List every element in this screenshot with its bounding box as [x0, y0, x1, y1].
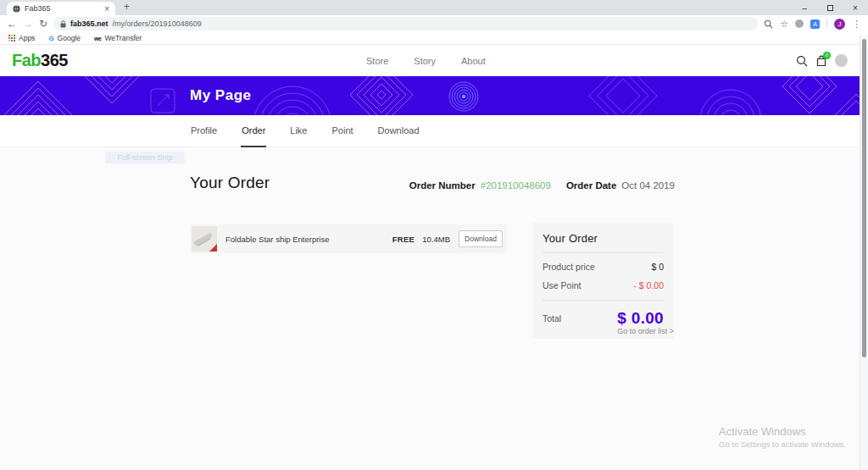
order-heading: Your Order — [190, 174, 270, 192]
go-to-order-list-link[interactable]: Go to order list > — [532, 327, 674, 335]
tab-point[interactable]: Point — [331, 115, 354, 147]
tab-profile[interactable]: Profile — [190, 115, 218, 147]
browser-menu-icon[interactable]: ⋮ — [852, 19, 861, 29]
url-domain: fab365.net — [70, 19, 108, 28]
browser-tab[interactable]: Fab365 × — [7, 2, 115, 15]
minimize-button[interactable]: – — [792, 3, 817, 13]
download-button[interactable]: Download — [459, 230, 503, 247]
cart-badge: 0 — [823, 52, 831, 59]
order-number-label: Order Number — [409, 180, 476, 191]
summary-divider — [542, 300, 664, 301]
refresh-button[interactable]: ↻ — [39, 19, 47, 29]
order-summary-box: Your Order Product price $ 0 Use Point -… — [532, 223, 674, 339]
browser-profile-avatar[interactable]: J — [834, 19, 845, 30]
summary-row-product-price: Product price $ 0 — [542, 262, 664, 272]
site-logo[interactable]: Fab365 — [12, 51, 68, 70]
toolbar-icons: ☆ A J ⋮ — [764, 19, 861, 30]
apps-grid-icon — [8, 35, 15, 41]
order-content: Full-screen Snip Your Order Order Number… — [0, 147, 860, 470]
item-name[interactable]: Foldable Star ship Enterprise — [225, 235, 392, 244]
page-title: My Page — [190, 87, 251, 104]
url-path: /my/orders/201910048609 — [113, 19, 202, 28]
header-icons: 0 — [796, 45, 848, 76]
site-header: Fab365 Store Story About 0 — [0, 45, 860, 76]
bookmark-google[interactable]: G Google — [48, 34, 81, 42]
new-tab-button[interactable]: + — [124, 1, 130, 13]
site-nav: Store Story About — [366, 45, 486, 76]
forward-button[interactable]: → — [23, 19, 33, 29]
bookmarks-bar: Apps G Google we WeTransfer — [0, 32, 868, 45]
window-controls: – × — [792, 0, 868, 15]
order-item-row: Foldable Star ship Enterprise FREE 10.4M… — [190, 224, 507, 253]
lock-icon — [60, 20, 66, 28]
summary-row-total: Total $ 0.00 — [542, 309, 664, 328]
snip-tooltip: Full-screen Snip — [105, 152, 185, 163]
order-meta: Order Number #201910048609 Order Date Oc… — [409, 180, 675, 191]
mypage-banner: My Page — [0, 76, 860, 115]
summary-row-use-point: Use Point - $ 0.00 — [542, 280, 664, 290]
bookmark-wetransfer[interactable]: we WeTransfer — [94, 34, 142, 42]
user-avatar[interactable] — [835, 54, 848, 67]
zoom-icon[interactable] — [764, 19, 773, 29]
mypage-tabs-bar: Profile Order Like Point Download — [0, 115, 860, 147]
nav-about[interactable]: About — [461, 56, 486, 66]
search-icon[interactable] — [796, 55, 808, 67]
google-icon: G — [48, 35, 53, 42]
browser-titlebar: Fab365 × + – × — [0, 0, 868, 15]
translate-icon[interactable]: A — [810, 19, 820, 29]
toolbar-divider — [826, 19, 827, 29]
thumbnail-corner-flag — [209, 244, 217, 252]
tab-close-icon[interactable]: × — [104, 4, 109, 14]
banner-decoration — [0, 76, 860, 115]
nav-store[interactable]: Store — [366, 56, 388, 66]
tab-like[interactable]: Like — [289, 115, 308, 147]
item-thumbnail[interactable] — [192, 226, 217, 252]
browser-toolbar: ← → ↻ fab365.net/my/orders/201910048609 … — [0, 15, 868, 32]
tab-title: Fab365 — [25, 4, 100, 13]
total-value: $ 0.00 — [617, 309, 664, 328]
bookmark-apps[interactable]: Apps — [8, 34, 35, 42]
item-price: FREE — [392, 235, 415, 244]
bookmark-star-icon[interactable]: ☆ — [780, 19, 788, 29]
activate-windows-watermark: Activate Windows Go to Settings to activ… — [719, 425, 846, 449]
order-date-value: Oct 04 2019 — [621, 180, 675, 191]
site-favicon-icon — [13, 5, 20, 13]
tab-order[interactable]: Order — [241, 115, 266, 147]
extension-icon[interactable] — [795, 19, 804, 28]
item-size: 10.4MB — [422, 235, 450, 244]
nav-story[interactable]: Story — [414, 56, 436, 66]
use-point-value: - $ 0.00 — [633, 280, 664, 290]
order-number-value: #201910048609 — [481, 180, 551, 191]
page-scrollbar[interactable] — [860, 36, 868, 470]
maximize-button[interactable] — [817, 3, 843, 13]
wetransfer-icon: we — [94, 36, 101, 41]
cart-icon[interactable]: 0 — [815, 55, 827, 67]
order-date-label: Order Date — [566, 180, 616, 191]
tab-download[interactable]: Download — [377, 115, 420, 147]
back-button[interactable]: ← — [7, 19, 17, 29]
product-price-value: $ 0 — [651, 262, 664, 272]
summary-title: Your Order — [542, 232, 664, 253]
scrollbar-thumb[interactable] — [862, 39, 866, 357]
close-button[interactable]: × — [843, 3, 868, 13]
address-bar[interactable]: fab365.net/my/orders/201910048609 — [53, 17, 758, 30]
browser-window: Fab365 × + – × ← → ↻ fab365.net/my/order… — [0, 0, 868, 470]
